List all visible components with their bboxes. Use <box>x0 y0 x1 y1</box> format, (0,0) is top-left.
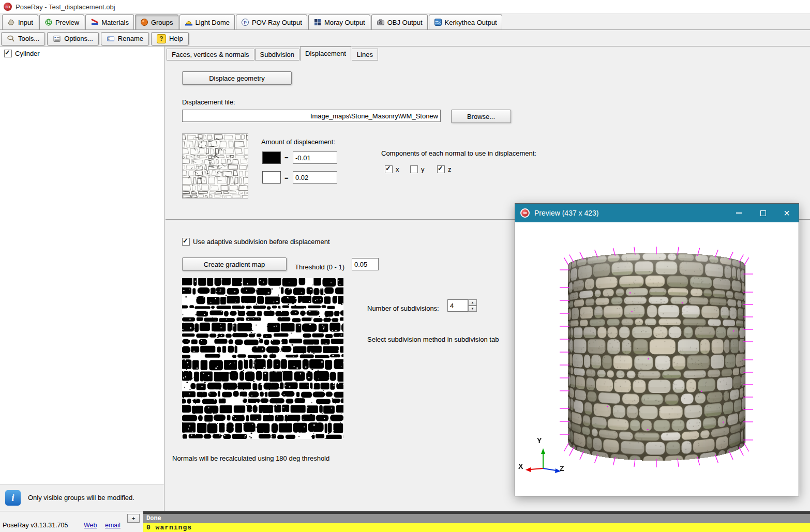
spin-down-button[interactable]: ▼ <box>468 306 477 312</box>
preview-window[interactable]: 3D Preview (437 x 423) × Y X Z <box>515 203 799 496</box>
subdivisions-input[interactable] <box>447 299 468 312</box>
info-icon: i <box>5 490 21 506</box>
amount-of-displacement-label: Amount of displacement: <box>261 138 335 146</box>
close-button[interactable]: × <box>775 204 799 222</box>
window-title: PoseRay - Test_displacement.obj <box>16 3 115 11</box>
displacement-file-label: Displacement file: <box>182 98 235 106</box>
tab-label: Groups <box>151 19 173 26</box>
equals-sign: = <box>284 154 289 162</box>
status-warnings-bar: 0 warnings <box>143 523 810 532</box>
checkbox-box[interactable] <box>182 238 190 246</box>
options-button-label: Options... <box>64 35 93 42</box>
tab-label: OBJ Output <box>387 19 423 26</box>
help-icon: ? <box>157 34 166 43</box>
subtab-label: Lines <box>357 51 373 58</box>
adaptive-subdivision-checkbox[interactable]: Use adaptive subdivision before displace… <box>182 238 330 246</box>
povray-icon: P <box>241 18 249 26</box>
displace-geometry-button[interactable]: Displace geometry <box>182 71 292 85</box>
subdivisions-stepper[interactable]: ▲ ▼ <box>447 299 477 312</box>
component-y-checkbox[interactable]: y <box>410 165 425 173</box>
spin-up-button[interactable]: ▲ <box>468 299 477 306</box>
displacement-file-input[interactable] <box>182 110 441 122</box>
tab-light-dome[interactable]: Light Dome <box>179 14 235 29</box>
group-visibility-checkbox[interactable] <box>4 50 12 57</box>
rename-button[interactable]: Rename <box>101 32 149 45</box>
tools-button[interactable]: Tools... <box>1 32 45 45</box>
tab-obj-output[interactable]: OBJ Output <box>371 14 428 29</box>
subtab-displacement[interactable]: Displacement <box>300 47 351 61</box>
normals-recalculated-note: Normals will be recalculated using 180 d… <box>172 454 329 462</box>
equals-sign: = <box>284 174 289 181</box>
subtab-lines[interactable]: Lines <box>352 49 378 60</box>
statusbar: PoseRay v3.13.31.705 Web email + Done 0 … <box>0 511 810 532</box>
tab-input[interactable]: Input <box>2 14 38 29</box>
subdivisions-label: Number of subdivisions: <box>367 305 439 312</box>
tools-lasso-icon <box>7 35 15 43</box>
minimize-button[interactable] <box>727 204 751 222</box>
light-dome-icon <box>185 18 193 26</box>
components-label: Components of each normal to use in disp… <box>381 149 536 157</box>
checkbox-box[interactable] <box>385 165 393 173</box>
minimize-icon <box>736 212 742 214</box>
browse-button[interactable]: Browse... <box>451 110 511 123</box>
tab-label: Light Dome <box>196 19 230 26</box>
tab-label: Kerkythea Output <box>445 19 497 26</box>
tab-kerkythea-output[interactable]: Kerkythea Output <box>429 14 502 29</box>
preview-titlebar[interactable]: 3D Preview (437 x 423) × <box>515 204 799 222</box>
preview-viewport[interactable]: Y X Z <box>515 222 799 496</box>
svg-text:P: P <box>244 20 247 25</box>
tools-button-label: Tools... <box>18 35 39 42</box>
groups-panel: Cylinder i Only visible groups will be m… <box>0 47 164 511</box>
checkbox-label: y <box>421 165 425 173</box>
help-button-label: Help <box>169 35 183 42</box>
preview-window-icon: 3D <box>520 208 530 218</box>
checkbox-label: x <box>396 165 399 173</box>
tab-povray-output[interactable]: P POV-Ray Output <box>236 14 307 29</box>
preview-window-title: Preview (437 x 423) <box>534 209 599 217</box>
component-z-checkbox[interactable]: z <box>437 165 452 173</box>
subtab-faces-vertices-normals[interactable]: Faces, vertices & normals <box>167 49 254 60</box>
component-x-checkbox[interactable]: x <box>385 165 399 173</box>
expand-log-button[interactable]: + <box>127 514 140 523</box>
axis-gizmo <box>515 434 577 486</box>
groups-footer-note: Only visible groups will be modified. <box>28 494 134 501</box>
web-link[interactable]: Web <box>84 522 97 529</box>
checkbox-box[interactable] <box>437 165 445 173</box>
threshold-label: Threshold (0 - 1) <box>295 263 344 271</box>
main-tab-bar: Input Preview Materials Groups Light Dom… <box>0 14 810 30</box>
group-subtab-bar: Faces, vertices & normals Subdivision Di… <box>167 47 379 60</box>
subtab-subdivision[interactable]: Subdivision <box>255 49 300 60</box>
white-level-swatch <box>262 171 281 184</box>
maximize-button[interactable] <box>751 204 775 222</box>
status-done-bar: Done <box>143 511 810 523</box>
close-icon: × <box>784 208 790 218</box>
options-button[interactable]: Options... <box>47 32 99 45</box>
checkbox-box[interactable] <box>410 165 418 173</box>
white-amount-input[interactable] <box>293 171 337 184</box>
black-amount-input[interactable] <box>293 151 337 164</box>
help-button[interactable]: ? Help <box>151 32 189 45</box>
status-message-area: Done 0 warnings <box>143 511 810 532</box>
preview-window-controls: × <box>727 204 799 222</box>
tab-label: Moray Output <box>324 19 365 26</box>
group-item-cylinder[interactable]: Cylinder <box>0 47 164 57</box>
axis-z-label: Z <box>560 464 564 473</box>
tab-moray-output[interactable]: Moray Output <box>308 14 370 29</box>
subtab-label: Subdivision <box>260 51 295 58</box>
displacement-map-thumbnail <box>182 133 248 199</box>
rename-field-icon <box>107 35 115 43</box>
tab-preview[interactable]: Preview <box>39 14 84 29</box>
groups-panel-footer: i Only visible groups will be modified. <box>0 484 164 511</box>
create-gradient-map-button[interactable]: Create gradient map <box>182 257 287 271</box>
checkbox-label: Use adaptive subdivision before displace… <box>193 238 330 246</box>
status-done-text: Done <box>146 515 161 522</box>
black-level-swatch <box>262 151 281 164</box>
poseray-window: 3D PoseRay - Test_displacement.obj Input… <box>0 0 810 532</box>
titlebar: 3D PoseRay - Test_displacement.obj <box>0 0 810 14</box>
tab-groups[interactable]: Groups <box>135 14 178 29</box>
preview-sphere-icon <box>44 18 53 26</box>
tab-materials[interactable]: Materials <box>85 14 134 29</box>
email-link[interactable]: email <box>105 522 121 529</box>
options-list-icon <box>53 35 61 43</box>
threshold-input[interactable] <box>352 258 379 270</box>
